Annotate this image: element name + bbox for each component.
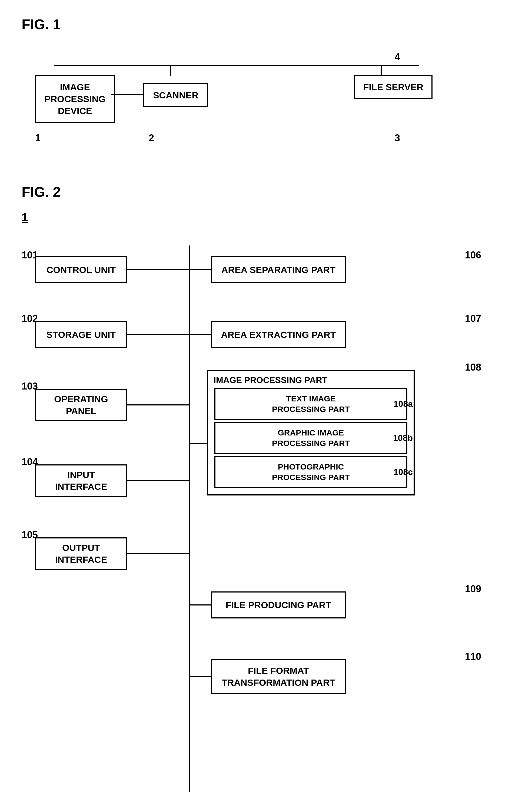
fig1-label-1: 1	[35, 132, 41, 144]
fig2-rconn-110	[190, 676, 211, 677]
fig2-photo-wrap: PHOTOGRAPHICPROCESSING PART 108c	[214, 456, 407, 488]
fig2-top-label: 1	[22, 211, 510, 224]
fig2-conn-102	[127, 334, 189, 335]
fig2-image-processing-title: IMAGE PROCESSING PART	[212, 375, 410, 385]
fig2-control-unit-box: CONTROL UNIT	[35, 256, 127, 283]
fig1-server-drop-line	[381, 65, 382, 76]
fig2-rconn-106	[190, 269, 211, 270]
fig2-area-separating-part-box: AREA SEPARATING PART	[211, 256, 346, 283]
fig2-conn-103	[127, 404, 189, 405]
fig2-graphic-image-processing-box: GRAPHIC IMAGEPROCESSING PART	[214, 422, 407, 454]
fig2-num-108a: 108a	[394, 399, 413, 409]
fig2-photographic-processing-box: PHOTOGRAPHICPROCESSING PART	[214, 456, 407, 488]
fig1-fileserver-wrap: FILE SERVER	[354, 75, 433, 99]
fig2-num-108c: 108c	[394, 467, 413, 477]
fig1-file-server-box: FILE SERVER	[354, 75, 433, 99]
fig1-scanner-box: SCANNER	[143, 83, 208, 107]
fig2-spine-line	[189, 246, 190, 792]
fig1-network-line	[54, 65, 419, 66]
fig1-scanner-drop	[170, 65, 171, 76]
fig2-conn-105	[127, 553, 189, 554]
fig2-operating-panel-box: OPERATINGPANEL	[35, 389, 127, 421]
fig1-label-3: 3	[395, 132, 400, 144]
fig2-num-110: 110	[465, 651, 481, 662]
fig2-input-interface-box: INPUTINTERFACE	[35, 464, 127, 497]
fig2-rconn-109	[190, 604, 211, 605]
fig1-title: FIG. 1	[22, 16, 510, 33]
fig2-area-extracting-part-box: AREA EXTRACTING PART	[211, 321, 346, 348]
fig2-num-108b: 108b	[393, 433, 413, 443]
fig2-diagram: 101 CONTROL UNIT 102 STORAGE UNIT 103 OP…	[22, 229, 481, 792]
fig2-storage-unit-box: STORAGE UNIT	[35, 321, 127, 348]
fig1-network-label: 4	[395, 51, 400, 63]
fig1-label-2: 2	[149, 132, 154, 144]
fig2-conn-104	[127, 480, 189, 481]
fig2-text-img-wrap: TEXT IMAGEPROCESSING PART 108a	[214, 388, 407, 420]
fig2-file-producing-part-box: FILE PRODUCING PART	[211, 592, 346, 618]
fig2-graphic-img-wrap: GRAPHIC IMAGEPROCESSING PART 108b	[214, 422, 407, 454]
fig2-num-106: 106	[465, 250, 481, 261]
fig2-section: FIG. 2 1 101 CONTROL UNIT 102 STORAGE UN…	[22, 184, 510, 792]
fig2-output-interface-box: OUTPUTINTERFACE	[35, 537, 127, 570]
fig2-num-107: 107	[465, 313, 481, 324]
fig2-num-109: 109	[465, 583, 481, 595]
fig1-scanner-wrap: SCANNER	[143, 83, 208, 107]
fig2-conn-101	[127, 269, 189, 270]
fig1-image-processing-device-box: IMAGEPROCESSINGDEVICE	[35, 75, 115, 123]
fig2-file-format-transformation-box: FILE FORMATTRANSFORMATION PART	[211, 659, 346, 694]
fig1-diagram: 4 IMAGEPROCESSINGDEVICE SCANNER FILE SER…	[22, 43, 454, 157]
fig2-num-108: 108	[465, 362, 481, 373]
fig1-section: FIG. 1 4 IMAGEPROCESSINGDEVICE SCANNER F…	[22, 16, 510, 157]
fig1-ipd-wrap: IMAGEPROCESSINGDEVICE	[35, 75, 115, 123]
fig2-title: FIG. 2	[22, 184, 510, 200]
fig2-image-processing-outer-box: IMAGE PROCESSING PART TEXT IMAGEPROCESSI…	[207, 370, 415, 496]
fig2-rconn-108	[190, 443, 207, 444]
fig2-text-image-processing-box: TEXT IMAGEPROCESSING PART	[214, 388, 407, 420]
fig1-conn1	[111, 94, 143, 95]
fig2-rconn-107	[190, 334, 211, 335]
